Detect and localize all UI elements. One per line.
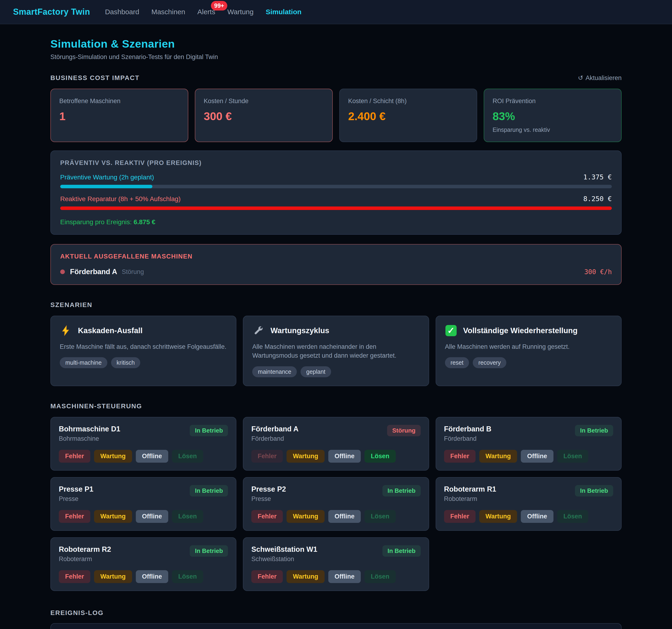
scenario-cards: Kaskaden-Ausfall Erste Maschine fällt au… <box>50 316 622 386</box>
offline-button[interactable]: Offline <box>521 450 553 463</box>
comparison-title: PRÄVENTIV VS. REAKTIV (PRO EREIGNIS) <box>60 159 612 167</box>
nav-item-dashboard[interactable]: Dashboard <box>105 8 139 16</box>
tag: geplant <box>301 366 331 377</box>
refresh-button[interactable]: ↺ Aktualisieren <box>578 74 622 82</box>
machine-card-schweissstation-w1: Schweißstation W1 Schweißstation In Betr… <box>243 537 429 591</box>
nav-item-wartung[interactable]: Wartung <box>227 8 254 16</box>
fehler-button[interactable]: Fehler <box>59 510 90 523</box>
comparison-panel: PRÄVENTIV VS. REAKTIV (PRO EREIGNIS) Prä… <box>50 150 622 235</box>
loesen-button[interactable]: Lösen <box>557 450 589 463</box>
page-subtitle: Störungs-Simulation und Szenario-Tests f… <box>50 53 622 61</box>
offline-button[interactable]: Offline <box>521 510 553 523</box>
wartung-button[interactable]: Wartung <box>479 450 517 463</box>
outage-panel: AKTUELL AUSGEFALLENE MASCHINEN Förderban… <box>50 244 622 285</box>
preventive-row: Präventive Wartung (2h geplant) 1.375 € <box>60 173 612 188</box>
outage-row: Förderband A Störung 300 €/h <box>60 268 612 276</box>
tag: maintenance <box>252 366 297 377</box>
wartung-button[interactable]: Wartung <box>94 570 132 583</box>
lightning-icon <box>60 324 72 337</box>
cost-card-roi: ROI Prävention 83% Einsparung vs. reakti… <box>484 89 622 142</box>
reactive-cost-value: 8.250 € <box>583 195 612 203</box>
preventive-bar-track <box>60 185 612 188</box>
machine-card-foerderband-b: Förderband B Förderband In Betrieb Fehle… <box>436 417 622 470</box>
outage-machine-cost: 300 €/h <box>584 268 612 276</box>
preventive-cost-value: 1.375 € <box>583 173 612 181</box>
outage-machine-name: Förderband A <box>70 268 117 276</box>
wartung-button[interactable]: Wartung <box>287 510 324 523</box>
reactive-bar-track <box>60 207 612 210</box>
fehler-button[interactable]: Fehler <box>59 450 90 463</box>
status-badge: Störung <box>387 425 421 436</box>
outage-machine-status: Störung <box>122 268 144 275</box>
wartung-button[interactable]: Wartung <box>287 450 324 463</box>
status-badge: In Betrieb <box>190 545 228 557</box>
loesen-button[interactable]: Lösen <box>172 570 203 583</box>
machine-card-presse-p2: Presse P2 Presse In Betrieb Fehler Wartu… <box>243 477 429 531</box>
offline-button[interactable]: Offline <box>328 570 361 583</box>
machine-card-foerderband-a: Förderband A Förderband Störung Fehler W… <box>243 417 429 470</box>
scenario-card-full-recovery[interactable]: ✓ Vollständige Wiederherstellung Alle Ma… <box>436 316 622 386</box>
page-title: Simulation & Szenarien <box>50 37 622 50</box>
reactive-row: Reaktive Reparatur (8h + 50% Aufschlag) … <box>60 195 612 210</box>
affected-machines-value: 1 <box>59 110 179 123</box>
offline-button[interactable]: Offline <box>136 510 168 523</box>
wartung-button[interactable]: Wartung <box>287 570 324 583</box>
cost-card-affected-machines: Betroffene Maschinen 1 <box>50 89 188 142</box>
fehler-button[interactable]: Fehler <box>251 450 283 463</box>
wrench-icon <box>252 324 264 337</box>
cost-card-cost-per-shift: Kosten / Schicht (8h) 2.400 € <box>339 89 477 142</box>
cost-card-cost-per-hour: Kosten / Stunde 300 € <box>195 89 333 142</box>
roi-value: 83% <box>493 110 613 123</box>
machine-card-bohrmaschine-d1: Bohrmaschine D1 Bohrmaschine In Betrieb … <box>50 417 236 470</box>
status-badge: In Betrieb <box>575 485 613 497</box>
offline-button[interactable]: Offline <box>328 510 361 523</box>
loesen-button[interactable]: Lösen <box>364 570 396 583</box>
status-badge: In Betrieb <box>190 485 228 497</box>
loesen-button[interactable]: Lösen <box>172 510 203 523</box>
brand-logo[interactable]: SmartFactory Twin <box>13 7 90 17</box>
reactive-bar <box>60 207 612 210</box>
fehler-button[interactable]: Fehler <box>59 570 90 583</box>
loesen-button[interactable]: Lösen <box>557 510 589 523</box>
machine-card-presse-p1: Presse P1 Presse In Betrieb Fehler Wartu… <box>50 477 236 531</box>
status-badge: In Betrieb <box>382 485 421 497</box>
refresh-icon: ↺ <box>578 74 583 82</box>
offline-button[interactable]: Offline <box>328 450 361 463</box>
wartung-button[interactable]: Wartung <box>94 510 132 523</box>
savings-line: Einsparung pro Ereignis: 6.875 € <box>60 218 612 226</box>
nav-item-simulation[interactable]: Simulation <box>266 8 302 16</box>
nav-item-alerts[interactable]: Alerts 99+ <box>197 8 215 16</box>
savings-value: 6.875 € <box>134 218 155 226</box>
alerts-count-badge: 99+ <box>211 1 227 10</box>
cost-per-hour-value: 300 € <box>204 110 324 123</box>
nav-item-maschinen[interactable]: Maschinen <box>151 8 185 16</box>
fehler-button[interactable]: Fehler <box>444 510 476 523</box>
status-dot <box>60 269 65 274</box>
fehler-button[interactable]: Fehler <box>251 510 283 523</box>
fehler-button[interactable]: Fehler <box>444 450 476 463</box>
loesen-button[interactable]: Lösen <box>364 450 396 463</box>
offline-button[interactable]: Offline <box>136 450 168 463</box>
wartung-button[interactable]: Wartung <box>479 510 517 523</box>
wartung-button[interactable]: Wartung <box>94 450 132 463</box>
scenario-card-cascade[interactable]: Kaskaden-Ausfall Erste Maschine fällt au… <box>50 316 236 386</box>
status-badge: In Betrieb <box>382 545 421 557</box>
preventive-bar <box>60 185 152 188</box>
machine-card-roboterarm-r2: Roboterarm R2 Roboterarm In Betrieb Fehl… <box>50 537 236 591</box>
tag: kritisch <box>111 357 141 368</box>
machine-card-roboterarm-r1: Roboterarm R1 Roboterarm In Betrieb Fehl… <box>436 477 622 531</box>
loesen-button[interactable]: Lösen <box>172 450 203 463</box>
offline-button[interactable]: Offline <box>136 570 168 583</box>
outage-title: AKTUELL AUSGEFALLENE MASCHINEN <box>60 253 612 260</box>
machine-cards: Bohrmaschine D1 Bohrmaschine In Betrieb … <box>50 417 622 591</box>
cost-per-shift-value: 2.400 € <box>348 110 468 123</box>
event-log-title: EREIGNIS-LOG <box>50 609 622 616</box>
tag: reset <box>445 357 469 368</box>
cost-cards: Betroffene Maschinen 1 Kosten / Stunde 3… <box>50 89 622 142</box>
tag: multi-machine <box>60 357 107 368</box>
cost-section-title: BUSINESS COST IMPACT <box>50 74 140 82</box>
loesen-button[interactable]: Lösen <box>364 510 396 523</box>
fehler-button[interactable]: Fehler <box>251 570 283 583</box>
scenario-card-maintenance-cycle[interactable]: Wartungszyklus Alle Maschinen werden nac… <box>243 316 429 386</box>
tag: recovery <box>473 357 506 368</box>
